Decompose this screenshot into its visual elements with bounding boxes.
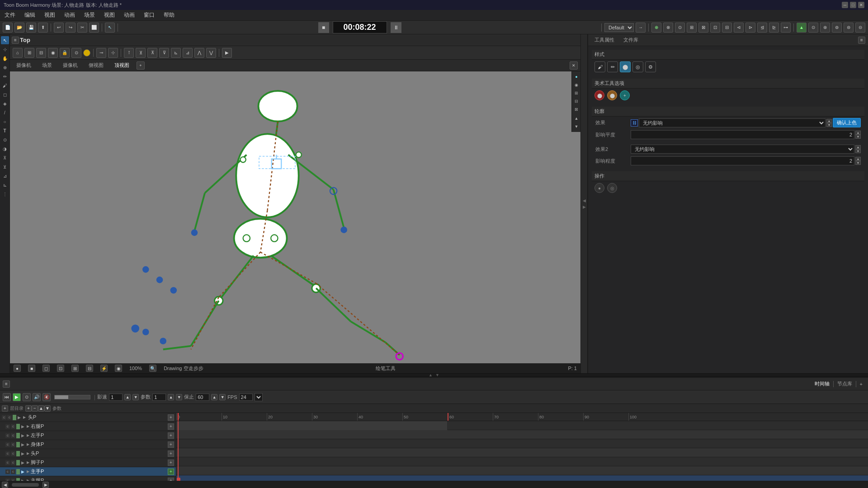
nodes-btn[interactable]: ⋮ [1, 190, 9, 198]
tb-new[interactable]: 📄 [3, 23, 13, 33]
vt-axis5[interactable]: ⊾ [171, 48, 181, 58]
menu-file[interactable]: 文件 [3, 10, 17, 20]
menu-window[interactable]: 窗口 [142, 10, 156, 20]
vt-axis[interactable]: ⊺ [124, 48, 134, 58]
track-add-btn-8[interactable]: + [168, 478, 174, 481]
track-item-8[interactable]: c c ▶ ▶ 主腿P + [0, 476, 176, 481]
vt-axis2[interactable]: ⊻ [136, 48, 146, 58]
vt-node1[interactable]: ⊸ [96, 48, 106, 58]
timeline-playhead[interactable] [178, 413, 179, 421]
tl-frame-down[interactable]: ▼ [176, 394, 182, 400]
scroll-left[interactable]: ◀ [2, 482, 8, 488]
tb-render2[interactable]: ⊙ [808, 23, 818, 33]
tl-mute[interactable]: 🔇 [42, 393, 51, 401]
shape-tool-btn[interactable]: ○ [1, 117, 9, 126]
style-icon4[interactable]: ◎ [632, 61, 643, 72]
track-item-2[interactable]: c c ▶ ▶ 右腿P + [0, 422, 176, 431]
vps-lock[interactable]: ⊟ [86, 365, 93, 372]
menu-edit[interactable]: 编辑 [23, 10, 37, 20]
vps-eye[interactable]: ● [14, 365, 21, 372]
track-add-btn-7[interactable]: + [168, 469, 174, 475]
effect-level-input2[interactable] [631, 156, 854, 165]
menu-animation2[interactable]: 动画 [122, 10, 137, 20]
tl-speed-up[interactable]: ▲ [124, 394, 131, 400]
timeline-row-4[interactable] [176, 448, 868, 457]
tb-node7[interactable]: ⊟ [722, 23, 732, 33]
panel-menu-btn[interactable]: ≡ [12, 37, 19, 44]
tb-copy[interactable]: ⬜ [89, 23, 99, 33]
vp-add-tab[interactable]: + [137, 61, 145, 70]
close-button[interactable]: ✕ [858, 2, 864, 8]
tb-save[interactable]: 💾 [26, 23, 36, 33]
maximize-button[interactable]: □ [850, 2, 856, 8]
fps-select[interactable]: 24 [255, 393, 263, 401]
eye-dropper-btn[interactable]: ⊙ [1, 136, 9, 144]
hand-tool-btn[interactable]: ✋ [1, 54, 9, 62]
vt-axis7[interactable]: ⋀ [194, 48, 204, 58]
vps-sound[interactable]: ■ [28, 365, 35, 372]
fps-input[interactable] [239, 394, 253, 401]
style-icon2[interactable]: ✏ [607, 61, 618, 72]
timeline-row-3[interactable] [176, 439, 868, 448]
motion-level-up[interactable]: ▲ [855, 131, 861, 135]
tl-frame-up[interactable]: ▲ [168, 394, 174, 400]
preset-icon1[interactable]: ⬤ [594, 90, 604, 100]
tb-node1[interactable]: ⊕ [651, 23, 661, 33]
scroll-thumb[interactable] [12, 483, 39, 487]
brush-tool-btn[interactable]: 🖌 [1, 81, 9, 89]
vp-tab-side[interactable]: 侧视图 [85, 61, 107, 70]
zoom-tool-btn[interactable]: ⊕ [1, 63, 9, 71]
timeline-row-6[interactable] [176, 466, 868, 475]
effect-spin-up1[interactable]: ▲ [826, 119, 832, 123]
tl-speed-down[interactable]: ▼ [132, 394, 139, 400]
menu-view2[interactable]: 视图 [102, 10, 117, 20]
tb-cut[interactable]: ✂ [77, 23, 87, 33]
tb-save2[interactable]: ⬆ [38, 23, 48, 33]
tb-node9[interactable]: ⊳ [745, 23, 755, 33]
stop-button[interactable]: ■ [318, 22, 329, 33]
motion-level-input[interactable] [631, 130, 854, 139]
tl-add-layer[interactable]: + [25, 405, 32, 412]
pen-tool-btn[interactable]: ✏ [1, 72, 9, 80]
menu-help[interactable]: 帮助 [162, 10, 176, 20]
tb-render5[interactable]: ⊜ [844, 23, 854, 33]
style-icon3[interactable]: ⬤ [620, 61, 631, 72]
tl-add-track[interactable]: + [2, 405, 8, 412]
vt-view[interactable]: ⊟ [36, 48, 46, 58]
mask-tool-btn[interactable]: ◑ [1, 145, 9, 153]
vp-tab-camera[interactable]: 摄像机 [13, 61, 35, 70]
track-add-btn-2[interactable]: + [168, 423, 174, 430]
minimize-button[interactable]: ─ [842, 2, 848, 8]
tab-file-library[interactable]: 文件库 [620, 36, 642, 44]
tl-play[interactable]: ▶ [13, 393, 21, 401]
tl-tab-timeline[interactable]: 时间轴 [812, 380, 832, 388]
style-icon1[interactable]: 🖌 [594, 61, 605, 72]
vt-lock[interactable]: 🔒 [60, 48, 70, 58]
track-item-4[interactable]: c c ▶ ▶ 身体P + [0, 440, 176, 449]
vt-onion[interactable]: ◉ [48, 48, 58, 58]
effect-spin-up2[interactable]: ▲ [855, 145, 861, 149]
vt-axis6[interactable]: ⊿ [183, 48, 193, 58]
text-tool-btn[interactable]: T [1, 127, 9, 135]
track-add-btn-3[interactable]: + [168, 432, 174, 439]
tb-node12[interactable]: ⊶ [781, 23, 791, 33]
vt-color[interactable] [83, 49, 90, 56]
frame-input[interactable] [152, 394, 166, 401]
tl-menu[interactable]: ≡ [3, 380, 10, 388]
stop-input[interactable] [196, 394, 209, 401]
timeline-row-2[interactable] [176, 430, 868, 439]
effect-link-icon[interactable]: ⛓ [631, 119, 638, 127]
motion-level-down[interactable]: ▼ [855, 135, 861, 139]
tl-tab-nodes[interactable]: 节点库 [835, 380, 855, 388]
timeline-splitter[interactable]: ▲ ▼ [0, 373, 868, 377]
vps-flash[interactable]: ⚡ [100, 365, 108, 372]
vt-playback[interactable]: ▶ [222, 48, 232, 58]
panel-splitter[interactable]: ◀ ▶ [580, 34, 588, 373]
track-add-btn-4[interactable]: + [168, 441, 174, 448]
tb-node10[interactable]: ⊴ [757, 23, 767, 33]
tb-render[interactable]: ▲ [797, 23, 807, 33]
profile-select[interactable]: Default [604, 23, 634, 32]
tl-dn-layer[interactable]: ▼ [44, 405, 51, 412]
style-icon5[interactable]: ⚙ [645, 61, 656, 72]
tb-node6[interactable]: ⊡ [710, 23, 720, 33]
